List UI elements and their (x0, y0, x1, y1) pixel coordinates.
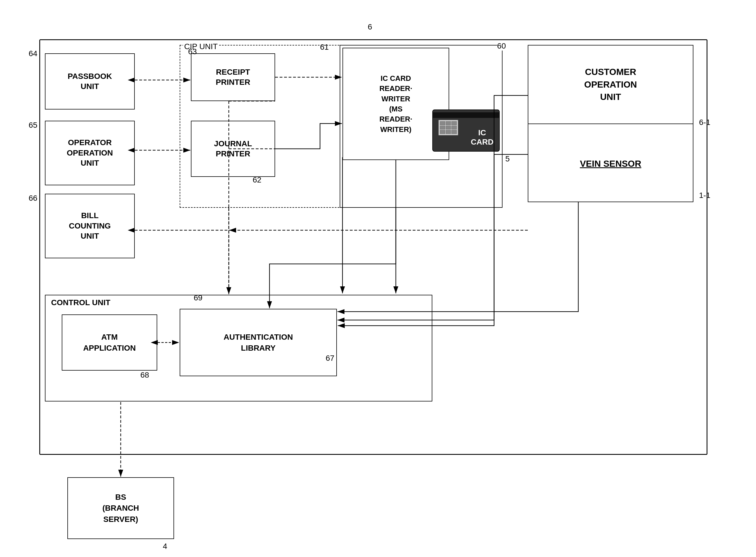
bill-counting-label: BILLCOUNTINGUNIT (69, 210, 111, 241)
ref-60: 60 (497, 41, 506, 51)
ref-67: 67 (326, 354, 334, 363)
ref-61: 61 (320, 43, 329, 52)
card-chip (439, 120, 458, 135)
ref-62: 62 (253, 175, 261, 184)
card-stripe (433, 112, 499, 118)
receipt-printer-label: RECEIPTPRINTER (216, 67, 250, 88)
bs-label: BS(BRANCHSERVER) (102, 492, 139, 525)
ref-63: 63 (188, 47, 197, 56)
atm-app-label: ATMAPPLICATION (83, 331, 136, 353)
control-unit-label: CONTROL UNIT (51, 298, 110, 307)
auth-lib-label: AUTHENTICATIONLIBRARY (224, 331, 293, 353)
vein-sensor-label: VEIN SENSOR (528, 126, 693, 202)
operator-unit-box: OPERATOROPERATIONUNIT (45, 121, 135, 185)
bill-counting-box: BILLCOUNTINGUNIT (45, 194, 135, 258)
ref-66: 66 (29, 194, 37, 203)
ic-card-text-on-card: ICCARD (471, 128, 493, 147)
operator-unit-label: OPERATOROPERATIONUNIT (67, 138, 113, 168)
ref-1-1: 1-1 (699, 191, 710, 200)
bs-box: BS(BRANCHSERVER) (67, 477, 174, 539)
ref-68: 68 (140, 371, 149, 380)
ref-64: 64 (29, 49, 37, 58)
customer-area: CUSTOMEROPERATIONUNIT VEIN SENSOR (528, 45, 693, 202)
ref-4: 4 (163, 542, 167, 551)
passbook-unit-box: PASSBOOKUNIT (45, 53, 135, 110)
receipt-printer-box: RECEIPTPRINTER (191, 53, 275, 101)
ref-6: 6 (368, 23, 372, 31)
journal-printer-label: JOURNALPRINTER (214, 139, 252, 159)
ic-card-illustration: ICCARD (432, 110, 500, 152)
customer-op-label: CUSTOMEROPERATIONUNIT (528, 46, 693, 124)
ref-6-1: 6-1 (699, 118, 710, 127)
auth-lib-box: AUTHENTICATIONLIBRARY (180, 309, 337, 376)
ref-69: 69 (194, 293, 203, 302)
vein-sensor-text: VEIN SENSOR (580, 158, 641, 169)
atm-app-box: ATMAPPLICATION (62, 315, 157, 371)
ic-card-reader-label: IC CARDREADER·WRITER(MSREADER·WRITER) (379, 73, 412, 135)
ref-5: 5 (505, 154, 510, 164)
card-body: ICCARD (432, 110, 500, 152)
passbook-unit-label: PASSBOOKUNIT (68, 71, 112, 92)
journal-printer-box: JOURNALPRINTER (191, 121, 275, 177)
ref-65: 65 (29, 121, 37, 130)
